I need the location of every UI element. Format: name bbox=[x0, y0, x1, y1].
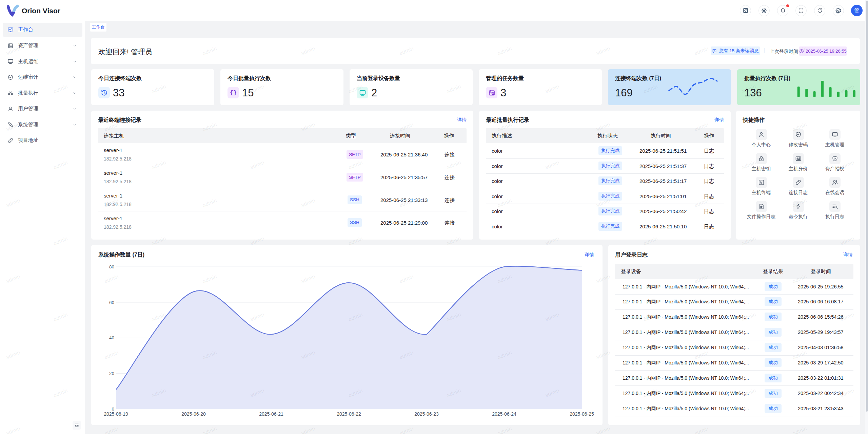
svg-text:20: 20 bbox=[109, 371, 114, 376]
svg-text:60: 60 bbox=[109, 300, 114, 305]
svg-text:2025-06-24: 2025-06-24 bbox=[492, 411, 516, 417]
svg-text:2025-06-25: 2025-06-25 bbox=[570, 411, 594, 417]
svg-text:80: 80 bbox=[109, 264, 114, 269]
svg-text:40: 40 bbox=[109, 335, 114, 340]
svg-text:2025-06-23: 2025-06-23 bbox=[414, 411, 439, 417]
svg-text:2025-06-19: 2025-06-19 bbox=[104, 411, 128, 417]
svg-text:2025-06-20: 2025-06-20 bbox=[181, 411, 206, 417]
svg-text:2025-06-21: 2025-06-21 bbox=[259, 411, 283, 417]
svg-text:0: 0 bbox=[112, 407, 114, 412]
svg-text:2025-06-22: 2025-06-22 bbox=[337, 411, 361, 417]
